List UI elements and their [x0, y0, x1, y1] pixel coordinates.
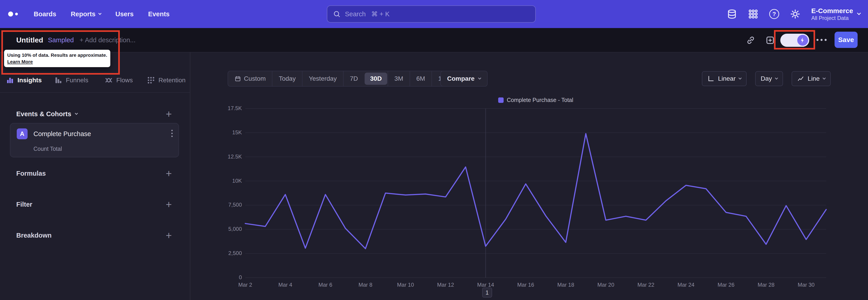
logo-dot-large — [8, 11, 13, 17]
sampling-toggle[interactable] — [780, 34, 809, 47]
chevron-down-icon — [98, 11, 101, 15]
nav-events[interactable]: Events — [148, 10, 169, 18]
chart-svg — [245, 109, 826, 278]
event-options-kebab[interactable] — [171, 130, 173, 137]
add-description-button[interactable]: + Add description... — [80, 28, 135, 52]
x-tick-label: Mar 2 — [232, 282, 259, 288]
event-metric[interactable]: Count Total — [33, 146, 62, 152]
range-button-yesterday[interactable]: Yesterday — [302, 71, 343, 86]
range-button-7d[interactable]: 7D — [343, 71, 364, 86]
add-event-button[interactable]: + — [166, 109, 172, 119]
add-filter-button[interactable]: + — [166, 199, 172, 210]
report-header-bar: Untitled Sampled + Add description... Sa… — [0, 28, 868, 53]
range-button-3m[interactable]: 3M — [388, 71, 410, 86]
range-button-6m[interactable]: 6M — [410, 71, 432, 86]
add-to-board-icon[interactable] — [765, 35, 775, 46]
tab-flows[interactable]: Flows — [95, 76, 143, 85]
nav-events-label: Events — [148, 10, 169, 18]
y-tick-label: 17.5K — [213, 105, 242, 112]
tab-flows-label: Flows — [116, 77, 133, 84]
x-tick-label: Mar 10 — [392, 282, 419, 288]
scale-label: Linear — [718, 75, 736, 82]
tab-funnels[interactable]: Funnels — [48, 76, 95, 85]
filter-title: Filter — [16, 201, 32, 208]
x-tick-label: Mar 26 — [712, 282, 740, 288]
save-button[interactable]: Save — [835, 32, 858, 48]
topnav-right-cluster: ? E-Commerce All Project Data — [727, 0, 860, 28]
search-icon — [333, 10, 341, 18]
help-icon[interactable]: ? — [769, 9, 779, 19]
y-tick-label: 12.5K — [213, 153, 242, 160]
project-scope: All Project Data — [811, 15, 853, 22]
range-button-today[interactable]: Today — [272, 71, 302, 86]
add-formula-button[interactable]: + — [166, 168, 172, 179]
events-cohorts-header: Events & Cohorts + — [16, 107, 172, 121]
chevron-down-icon — [823, 76, 826, 79]
mixpanel-logo[interactable] — [8, 11, 18, 17]
legend-swatch — [498, 97, 504, 103]
filter-section: Filter + — [16, 198, 172, 211]
event-card[interactable]: A Complete Purchase Count Total — [10, 123, 179, 157]
x-tick-label: Mar 14 — [472, 282, 499, 288]
add-breakdown-button[interactable]: + — [166, 230, 172, 241]
interval-label: Day — [761, 75, 772, 82]
learn-more-link[interactable]: Learn More — [7, 59, 33, 64]
calendar-icon — [235, 75, 241, 82]
y-tick-label: 15K — [213, 129, 242, 136]
chart-type-dropdown[interactable]: Line — [792, 71, 831, 86]
chevron-down-icon — [75, 112, 78, 115]
x-tick-label: Mar 24 — [673, 282, 700, 288]
event-name[interactable]: Complete Purchase — [33, 128, 91, 139]
nav-users-label: Users — [116, 10, 134, 18]
y-tick-label: 2,500 — [213, 250, 242, 257]
y-tick-label: 5,000 — [213, 226, 242, 232]
interval-dropdown[interactable]: Day — [755, 71, 783, 86]
custom-date-label: Custom — [244, 75, 266, 82]
primary-nav: Boards Reports Users Events — [34, 10, 169, 18]
nav-reports[interactable]: Reports — [71, 10, 101, 18]
formulas-section: Formulas + — [16, 167, 172, 180]
nav-boards-label: Boards — [34, 10, 56, 18]
breakdown-section: Breakdown + — [16, 229, 172, 242]
data-management-icon[interactable] — [727, 9, 737, 19]
lightning-icon — [800, 37, 806, 43]
formulas-title: Formulas — [16, 170, 46, 177]
date-range-group: Custom TodayYesterday7D30D3M6M12M — [228, 71, 457, 87]
nav-boards[interactable]: Boards — [34, 10, 56, 18]
events-cohorts-title[interactable]: Events & Cohorts — [16, 110, 71, 118]
tab-retention[interactable]: Retention — [143, 76, 190, 85]
scale-dropdown[interactable]: Linear — [702, 71, 747, 86]
project-switcher[interactable]: E-Commerce All Project Data — [811, 7, 860, 22]
x-tick-label: Mar 8 — [352, 282, 379, 288]
custom-date-button[interactable]: Custom — [228, 71, 272, 86]
x-tick-label: Mar 22 — [632, 282, 659, 288]
event-series-badge: A — [17, 128, 28, 139]
search-input[interactable] — [345, 10, 530, 18]
more-options-button[interactable] — [816, 39, 827, 41]
series-line — [245, 133, 826, 249]
x-tick-label: Mar 4 — [272, 282, 299, 288]
settings-gear-icon[interactable] — [790, 9, 800, 19]
tab-insights[interactable]: Insights — [0, 76, 48, 85]
chart-legend[interactable]: Complete Purchase - Total — [245, 97, 826, 103]
tab-funnels-label: Funnels — [66, 77, 88, 84]
report-title[interactable]: Untitled — [16, 28, 43, 52]
chart-type-label: Line — [808, 75, 819, 82]
funnels-icon — [54, 76, 63, 85]
line-chart[interactable] — [245, 109, 826, 278]
tab-insights-label: Insights — [18, 77, 41, 84]
sampled-badge[interactable]: Sampled — [48, 28, 74, 52]
chart-controls: Linear Day Line — [702, 71, 831, 86]
project-info: E-Commerce All Project Data — [811, 7, 853, 22]
range-button-30d[interactable]: 30D — [365, 72, 387, 85]
copy-link-icon[interactable] — [745, 35, 756, 46]
compare-button[interactable]: Compare — [440, 71, 488, 87]
legend-label: Complete Purchase - Total — [507, 97, 573, 103]
nav-reports-label: Reports — [71, 10, 96, 18]
toggle-knob — [797, 35, 808, 46]
pagination-page-button[interactable]: 1 — [482, 288, 492, 298]
nav-users[interactable]: Users — [116, 10, 134, 18]
apps-grid-icon[interactable] — [748, 9, 758, 19]
global-search[interactable] — [327, 5, 536, 23]
chevron-down-icon — [775, 76, 778, 79]
